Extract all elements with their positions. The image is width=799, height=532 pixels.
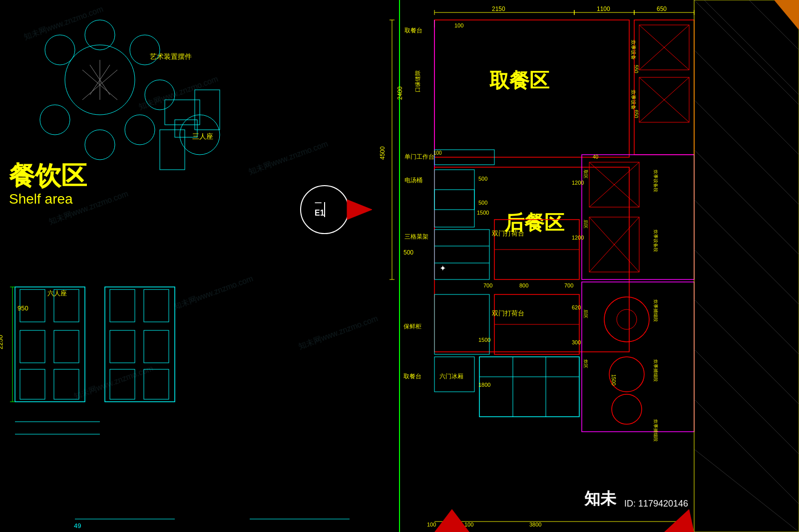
svg-text:300: 300 [572,339,581,345]
svg-rect-43 [110,289,135,322]
svg-marker-171 [664,509,694,532]
svg-line-18 [90,65,110,95]
svg-text:2400: 2400 [397,86,403,100]
svg-rect-169 [574,479,684,519]
svg-line-19 [90,65,110,95]
svg-text:炊事设备: 炊事设备 [631,90,636,110]
svg-rect-120 [639,25,689,70]
svg-marker-53 [347,200,372,220]
cad-drawing: 知未网www.znzmo.com 知未网www.znzmo.com 知未网www… [0,0,799,532]
svg-text:40: 40 [593,154,599,160]
svg-line-122 [639,25,689,70]
svg-point-136 [604,297,649,342]
svg-line-146 [694,50,799,155]
svg-text:620: 620 [572,304,581,310]
svg-point-13 [85,130,115,160]
svg-text:1800: 1800 [478,382,490,388]
svg-rect-107 [494,294,579,354]
svg-rect-21 [165,100,200,125]
svg-text:100: 100 [427,522,436,528]
svg-text:餐饮区: 餐饮区 [9,161,87,190]
svg-rect-83 [434,150,494,165]
svg-point-9 [85,20,115,50]
svg-text:1500: 1500 [478,337,490,343]
svg-text:取餐台: 取餐台 [403,373,421,380]
svg-text:双门打荷台: 双门打荷台 [492,230,524,237]
svg-rect-30 [20,289,45,322]
svg-rect-35 [54,369,79,399]
svg-text:知未网www.znzmo.com: 知未网www.znzmo.com [47,189,129,226]
svg-line-150 [694,250,799,354]
svg-line-133 [589,217,639,272]
svg-point-14 [40,105,70,135]
svg-text:1500: 1500 [477,210,489,216]
svg-text:三格菜架: 三格菜架 [404,233,428,240]
svg-rect-25 [175,120,197,137]
svg-point-139 [612,394,642,424]
svg-text:3800: 3800 [529,522,541,528]
svg-point-10 [130,35,160,65]
svg-rect-129 [589,162,639,207]
svg-marker-168 [684,524,694,532]
svg-text:六门冰厢: 六门冰厢 [439,373,463,380]
svg-rect-86 [434,167,629,352]
svg-text:双门打荷台: 双门打荷台 [492,309,524,317]
svg-line-134 [589,217,639,272]
svg-text:知未网www.znzmo.com: 知未网www.znzmo.com [172,274,254,310]
main-canvas: 知未网www.znzmo.com 知未网www.znzmo.com 知未网www… [0,0,799,532]
svg-rect-99 [494,220,579,279]
svg-point-12 [125,115,155,145]
svg-text:950: 950 [17,304,28,312]
svg-text:知未网www.znzmo.com: 知未网www.znzmo.com [137,74,219,111]
svg-text:保鲜柜: 保鲜柜 [403,323,421,330]
svg-point-51 [301,186,349,234]
svg-text:Shelf area: Shelf area [9,191,73,207]
svg-rect-31 [54,289,79,322]
svg-text:电汤桶: 电汤桶 [404,177,422,184]
svg-text:艺术装置摆件: 艺术装置摆件 [150,52,192,60]
svg-rect-23 [160,130,185,170]
svg-point-11 [145,80,175,110]
svg-text:1200: 1200 [572,235,584,241]
svg-text:550: 550 [633,65,639,73]
svg-text:✦: ✦ [439,264,446,272]
svg-rect-42 [105,287,175,402]
svg-line-156 [749,0,799,50]
svg-line-124 [639,77,689,122]
svg-line-154 [694,449,799,532]
svg-point-138 [609,357,644,392]
svg-rect-29 [15,287,85,402]
svg-text:1100: 1100 [597,5,610,12]
svg-text:700: 700 [483,282,492,288]
svg-text:700: 700 [564,282,573,288]
svg-text:100: 100 [464,522,473,528]
svg-point-24 [180,115,220,155]
svg-text:炊事捕烟段: 炊事捕烟段 [653,299,658,322]
svg-text:1200: 1200 [572,180,584,186]
svg-rect-34 [20,369,45,399]
svg-text:后区: 后区 [583,309,588,318]
svg-rect-22 [195,90,220,130]
svg-line-149 [694,200,799,304]
svg-text:单门工作台: 单门工作台 [404,153,434,160]
svg-text:取区: 取区 [583,170,588,179]
svg-line-148 [694,150,799,255]
svg-rect-47 [110,369,135,399]
svg-text:炊事捕烟段: 炊事捕烟段 [653,419,658,442]
svg-rect-135 [582,282,694,432]
svg-text:E1: E1 [315,209,325,217]
svg-marker-157 [774,0,799,30]
svg-text:取餐区: 取餐区 [489,69,549,91]
svg-line-147 [694,100,799,205]
svg-text:炊事设备: 炊事设备 [631,40,636,60]
svg-point-8 [45,35,75,65]
svg-text:500: 500 [478,176,487,182]
svg-text:炊区: 炊区 [583,359,588,368]
svg-rect-119 [634,20,694,155]
svg-point-7 [65,45,135,115]
svg-line-130 [589,162,639,207]
svg-line-152 [694,349,799,454]
svg-text:650: 650 [657,5,667,12]
svg-text:后区: 后区 [583,220,588,229]
svg-rect-44 [144,289,169,322]
